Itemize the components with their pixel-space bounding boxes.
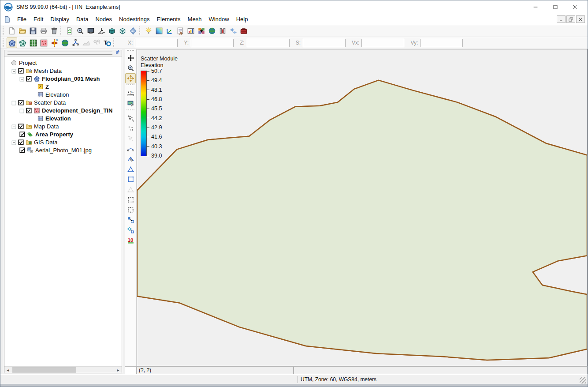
tree-label[interactable]: Elevation <box>45 115 71 122</box>
tree-checkbox-checked[interactable] <box>18 124 24 129</box>
tree-checkbox-checked[interactable] <box>18 139 24 145</box>
tree-expander[interactable] <box>11 68 16 73</box>
mesh-module-button[interactable] <box>7 38 17 48</box>
tree-checkbox-checked[interactable] <box>19 132 25 137</box>
toolbar-grip[interactable] <box>3 38 5 47</box>
tree-expander[interactable] <box>19 76 24 81</box>
close-button[interactable] <box>565 1 585 13</box>
tree-row-scatter-data[interactable]: Scatter Data <box>5 98 122 106</box>
attributes-button[interactable] <box>175 26 186 36</box>
tree-horizontal-scrollbar[interactable]: ◂ ▸ <box>4 366 122 373</box>
contour-label-tool[interactable]: 10 <box>125 235 136 245</box>
wireframe-view-button[interactable] <box>117 26 128 36</box>
select-node-tool[interactable] <box>125 113 136 124</box>
tree-label[interactable]: Z <box>45 83 49 90</box>
mdi-close-button[interactable] <box>576 15 585 23</box>
shaded-view-button[interactable] <box>128 26 138 36</box>
tree-row-map-data[interactable]: Map Data <box>5 122 122 130</box>
tree-row-elevation[interactable]: Elevation <box>5 90 122 98</box>
tree-label[interactable]: GIS Data <box>34 139 57 146</box>
select-box-alt-tool[interactable] <box>125 205 136 215</box>
pan-tool[interactable] <box>125 53 136 63</box>
mdi-restore-button[interactable] <box>566 15 575 23</box>
menu-edit[interactable]: Edit <box>30 15 47 24</box>
tree-label[interactable]: Elevation <box>45 91 69 98</box>
panel-grip[interactable] <box>7 52 112 55</box>
coord-field-vx[interactable] <box>361 39 404 47</box>
plan-view-button[interactable] <box>96 26 107 36</box>
tree-row-project[interactable]: Project <box>5 59 122 67</box>
tree-row-elevation[interactable]: Elevation <box>5 114 122 122</box>
menu-mesh[interactable]: Mesh <box>184 15 205 24</box>
coord-field-s[interactable] <box>303 39 346 47</box>
tree-row-gis-data[interactable]: GIS Data <box>5 138 122 146</box>
add-data-button[interactable] <box>196 26 207 36</box>
menu-data[interactable]: Data <box>73 15 92 24</box>
zoom-tool[interactable] <box>125 63 136 73</box>
resize-grip[interactable] <box>580 377 586 383</box>
select-display-tool[interactable] <box>125 98 136 109</box>
mdi-minimize-button[interactable] <box>557 15 566 23</box>
coord-field-y[interactable] <box>191 39 234 47</box>
gis-module-button[interactable] <box>60 38 70 48</box>
coord-field-z[interactable] <box>247 39 290 47</box>
tree-row-floodplain-001-mesh[interactable]: Floodplain_001 Mesh <box>5 75 122 83</box>
scrollbar-track[interactable] <box>11 367 115 373</box>
tree-row-area-property[interactable]: Area Property <box>5 130 122 138</box>
create-triangle-tool[interactable] <box>125 164 136 174</box>
grid-module-button[interactable] <box>28 38 38 48</box>
tree-checkbox-checked[interactable] <box>19 147 25 153</box>
tree-expander[interactable] <box>11 140 16 145</box>
tree-row-development-design-tin[interactable]: Development_Design_TIN <box>5 106 122 114</box>
tin-module-button[interactable] <box>17 38 28 48</box>
menu-nodestrings[interactable]: Nodestrings <box>115 15 153 24</box>
lighting-options-button[interactable] <box>143 26 154 36</box>
tree-label[interactable]: Development_Design_TIN <box>42 107 112 114</box>
tree-expander[interactable] <box>19 108 24 113</box>
tree-label[interactable]: Floodplain_001 Mesh <box>42 75 100 82</box>
tree-checkbox-checked[interactable] <box>18 100 24 105</box>
river-module-button[interactable] <box>70 38 81 48</box>
scrollbar-thumb[interactable] <box>12 367 76 373</box>
zoom-select-tool[interactable] <box>125 225 136 235</box>
graphics-viewport[interactable]: Scatter Module Elevation 50.749.448.146.… <box>137 49 588 366</box>
tree-row-aerial-photo-m01-jpg[interactable]: Aerial_Photo_M01.jpg <box>5 146 122 154</box>
tree-label[interactable]: Project <box>19 60 37 66</box>
pin-icon[interactable] <box>114 49 120 57</box>
menu-help[interactable]: Help <box>233 15 252 24</box>
delete-button[interactable] <box>49 26 60 36</box>
tree-checkbox-checked[interactable] <box>26 76 32 82</box>
film-loop-button[interactable] <box>186 26 196 36</box>
tree-label[interactable]: Aerial_Photo_M01.jpg <box>35 147 92 154</box>
contour-options-button[interactable] <box>154 26 164 36</box>
palette-grip[interactable] <box>127 50 134 52</box>
tree-checkbox-checked[interactable] <box>18 68 24 74</box>
minimize-button[interactable] <box>525 1 545 13</box>
menu-display[interactable]: Display <box>47 15 73 24</box>
open-button[interactable] <box>17 26 28 36</box>
create-nodestring-tool[interactable] <box>125 144 136 154</box>
new-file-button[interactable] <box>7 26 17 36</box>
coord-field-vy[interactable] <box>420 39 463 47</box>
toolbox-button[interactable] <box>238 26 249 36</box>
toolbox-module-button[interactable]: T <box>102 38 112 48</box>
create-quad-tool[interactable] <box>125 174 136 184</box>
menu-nodes[interactable]: Nodes <box>92 15 115 24</box>
model-check-button[interactable] <box>217 26 228 36</box>
menu-file[interactable]: File <box>14 15 30 24</box>
menu-window[interactable]: Window <box>205 15 232 24</box>
save-button[interactable] <box>28 26 38 36</box>
print-button[interactable] <box>38 26 49 36</box>
scroll-left-icon[interactable]: ◂ <box>4 367 11 373</box>
data-swap-tool[interactable] <box>125 215 136 225</box>
web-button[interactable] <box>207 26 217 36</box>
rotate-tool[interactable] <box>125 73 136 83</box>
create-node-tool[interactable] <box>125 124 136 134</box>
frame-zoom-button[interactable] <box>75 26 86 36</box>
tree-row-z[interactable]: ZZ <box>5 83 122 90</box>
tree-checkbox-checked[interactable] <box>26 108 32 113</box>
display-options-button[interactable] <box>86 26 96 36</box>
maximize-button[interactable] <box>545 1 565 13</box>
tree-label[interactable]: Area Property <box>35 131 73 138</box>
tree-expander[interactable] <box>11 100 16 105</box>
